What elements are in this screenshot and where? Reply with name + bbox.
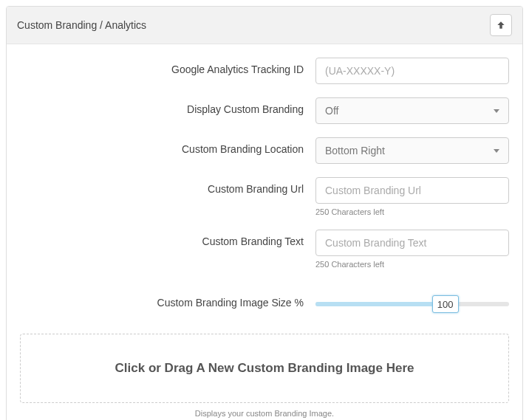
panel-body: Google Analytics Tracking ID Display Cus… xyxy=(7,44,522,420)
slider-handle[interactable]: 100 xyxy=(432,295,459,313)
chevron-down-icon xyxy=(494,109,499,113)
row-display-branding: Display Custom Branding Off xyxy=(20,97,509,124)
row-branding-url: Custom Branding Url 250 Characters left xyxy=(20,177,509,216)
branding-analytics-panel: Custom Branding / Analytics Google Analy… xyxy=(6,6,523,420)
label-branding-url: Custom Branding Url xyxy=(20,177,315,195)
slider-value: 100 xyxy=(437,299,454,310)
image-size-slider[interactable]: 100 xyxy=(315,291,509,317)
collapse-button[interactable] xyxy=(490,14,512,36)
branding-location-select[interactable]: Bottom Right xyxy=(315,137,509,164)
branding-location-value: Bottom Right xyxy=(325,145,385,156)
label-branding-text: Custom Branding Text xyxy=(20,230,315,247)
tracking-id-input[interactable] xyxy=(315,58,509,84)
branding-image-dropzone[interactable]: Click or Drag A New Custom Branding Imag… xyxy=(20,334,509,403)
row-tracking-id: Google Analytics Tracking ID xyxy=(20,58,509,84)
branding-url-helper: 250 Characters left xyxy=(315,207,509,216)
row-branding-text: Custom Branding Text 250 Characters left xyxy=(20,230,509,269)
display-branding-select[interactable]: Off xyxy=(315,97,509,124)
branding-text-input[interactable] xyxy=(315,230,509,256)
label-display-branding: Display Custom Branding xyxy=(20,97,315,115)
display-branding-value: Off xyxy=(325,105,338,117)
row-image-size: Custom Branding Image Size % 100 xyxy=(20,291,509,317)
chevron-down-icon xyxy=(494,149,499,153)
label-image-size: Custom Branding Image Size % xyxy=(20,291,315,309)
panel-header: Custom Branding / Analytics xyxy=(7,7,522,44)
row-branding-location: Custom Branding Location Bottom Right xyxy=(20,137,509,164)
arrow-up-icon xyxy=(496,20,506,30)
label-tracking-id: Google Analytics Tracking ID xyxy=(20,58,315,75)
label-branding-location: Custom Branding Location xyxy=(20,137,315,155)
dropzone-text: Click or Drag A New Custom Branding Imag… xyxy=(28,361,501,376)
dropzone-caption: Displays your custom Branding Image. xyxy=(20,409,509,418)
branding-text-helper: 250 Characters left xyxy=(315,260,509,269)
slider-track xyxy=(315,302,509,306)
slider-fill xyxy=(315,302,446,306)
panel-title: Custom Branding / Analytics xyxy=(17,19,146,31)
branding-url-input[interactable] xyxy=(315,177,509,204)
